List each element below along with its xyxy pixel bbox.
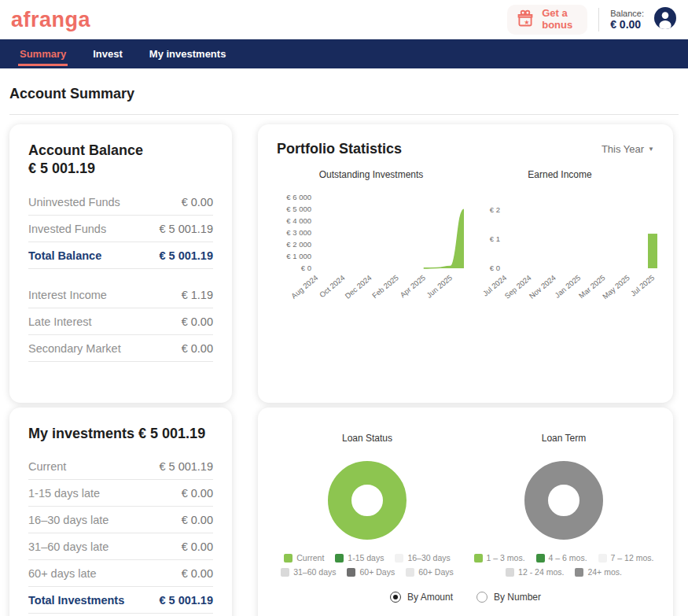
legend-swatch [347, 568, 355, 577]
loan-term-legend: 1 – 3 mos.4 – 6 mos.7 – 12 mos.12 - 24 m… [465, 551, 662, 579]
row-label: Invested Funds [28, 223, 106, 235]
legend-swatch [598, 554, 607, 563]
tab-summary[interactable]: Summary [18, 39, 68, 68]
table-row: Invested Funds€ 5 001.19 [28, 216, 213, 242]
row-value: € 0.00 [182, 567, 213, 580]
balance-block: Balance: € 0.00 [610, 9, 644, 31]
legend-item: 12 - 24 mos. [506, 567, 564, 577]
loan-status-block: Loan Status Current1-15 days16–30 days31… [269, 433, 465, 579]
tab-my-investments[interactable]: My investments [148, 39, 228, 68]
get-bonus-label: Get a bonus [542, 8, 579, 31]
legend-item: 1-15 days [335, 553, 384, 563]
table-row: Total Investments€ 5 001.19 [28, 587, 213, 614]
row-label: Late Interest [28, 315, 92, 328]
legend-item: 4 – 6 mos. [536, 553, 587, 563]
legend-item: 31–60 days [281, 567, 336, 577]
outstanding-investments-area-chart: € 0€ 1 000€ 2 000€ 3 000€ 4 000€ 5 000€ … [277, 183, 470, 303]
loan-term-block: Loan Term 1 – 3 mos.4 – 6 mos.7 – 12 mos… [465, 433, 662, 579]
legend-label: 12 - 24 mos. [518, 567, 564, 577]
row-label: Interest Income [28, 289, 107, 301]
legend-label: 16–30 days [407, 553, 450, 563]
loan-status-legend: Current1-15 days16–30 days31–60 days60+ … [269, 551, 465, 579]
legend-label: 31–60 days [293, 567, 336, 577]
table-row: Current€ 5 001.19 [28, 453, 213, 480]
legend-swatch [406, 568, 414, 577]
chart-title-loan-term: Loan Term [465, 433, 662, 444]
loan-status-donut-chart [326, 459, 408, 541]
outstanding-investments-chart-block: Outstanding Investments € 0€ 1 000€ 2 00… [277, 169, 465, 306]
radio-by-amount[interactable]: By Amount [390, 592, 453, 603]
portfolio-statistics-card: Portfolio Statistics This Year ▼ Outstan… [258, 124, 673, 403]
legend-swatch [474, 554, 483, 563]
row-label: Secondary Market [28, 342, 121, 355]
row-label: Current [28, 460, 66, 473]
chart-title-earned: Earned Income [465, 169, 654, 180]
chart-title-outstanding: Outstanding Investments [277, 169, 465, 180]
legend-swatch [536, 554, 545, 563]
svg-text:€ 6 000: € 6 000 [286, 194, 311, 202]
table-row: Late Interest€ 0.00 [28, 308, 213, 335]
legend-swatch [395, 554, 403, 563]
legend-item: 60+ Days [406, 567, 454, 577]
logo[interactable]: afranga [11, 8, 90, 32]
range-selector[interactable]: This Year ▼ [602, 143, 654, 155]
chart-mode-radios: By Amount By Number [269, 592, 662, 603]
radio-by-number[interactable]: By Number [476, 592, 541, 603]
svg-text:Jan 2025: Jan 2025 [553, 273, 582, 300]
legend-item: Current [284, 553, 324, 563]
svg-text:Nov 2024: Nov 2024 [528, 273, 557, 301]
header-right: ★ Get a bonus Balance: € 0.00 [507, 5, 677, 35]
table-row: 16–30 days late€ 0.00 [28, 507, 213, 533]
row-value: € 0.00 [182, 315, 213, 328]
table-row: 1-15 days late€ 0.00 [28, 480, 213, 507]
legend-item: 1 – 3 mos. [474, 553, 525, 563]
legend-label: Current [296, 553, 324, 563]
loan-term-donut-chart [523, 459, 605, 541]
svg-text:★: ★ [524, 19, 529, 26]
svg-text:Jul 2025: Jul 2025 [629, 273, 657, 298]
row-value: € 0.00 [182, 196, 213, 208]
legend-item: 7 – 12 mos. [598, 553, 654, 563]
account-balance-card: Account Balance € 5 001.19 Uninvested Fu… [9, 124, 232, 403]
radio-dot-icon [390, 592, 401, 603]
legend-item: 16–30 days [395, 553, 450, 563]
radio-by-amount-label: By Amount [407, 592, 453, 603]
main-nav: Summary Invest My investments [0, 39, 688, 68]
row-label: 1-15 days late [28, 487, 100, 500]
get-bonus-button[interactable]: ★ Get a bonus [507, 5, 587, 35]
legend-label: 1 – 3 mos. [487, 553, 525, 563]
earned-income-chart-block: Earned Income € 0€ 1€ 2Jul 2024Sep 2024N… [465, 169, 654, 306]
row-value: € 0.00 [182, 342, 213, 355]
row-label: 16–30 days late [28, 514, 109, 526]
row-value: € 5 001.19 [159, 594, 213, 607]
balance-value: € 0.00 [610, 18, 644, 31]
radio-dot-icon [476, 592, 487, 603]
row-label: Total Balance [28, 249, 101, 262]
table-row: Interest Income€ 1.19 [28, 282, 213, 308]
row-label: Uninvested Funds [28, 196, 120, 208]
chevron-down-icon: ▼ [648, 146, 654, 153]
table-row: Secondary Market€ 0.00 [28, 335, 213, 362]
account-balance-rows: Uninvested Funds€ 0.00Invested Funds€ 5 … [28, 189, 213, 362]
user-avatar-icon[interactable] [653, 6, 677, 33]
tab-invest[interactable]: Invest [91, 39, 124, 68]
legend-label: 4 – 6 mos. [549, 553, 587, 563]
table-row: Uninvested Funds€ 0.00 [28, 189, 213, 216]
legend-swatch [335, 554, 344, 563]
title-divider [9, 114, 679, 115]
row-value: € 0.00 [182, 540, 213, 553]
svg-text:€ 5 000: € 5 000 [286, 205, 311, 214]
table-row: 31–60 days late€ 0.00 [28, 533, 213, 560]
svg-text:€ 4 000: € 4 000 [286, 217, 311, 226]
row-value: € 0.00 [182, 487, 213, 500]
range-selector-value: This Year [602, 143, 644, 155]
svg-text:€ 1: € 1 [490, 234, 500, 243]
svg-text:€ 1 000: € 1 000 [286, 252, 311, 260]
row-value: € 5 001.19 [159, 460, 213, 473]
my-investments-title: My investments € 5 001.19 [28, 425, 213, 443]
main-content: Account Summary Account Balance € 5 001.… [0, 86, 688, 616]
legend-swatch [575, 568, 583, 577]
chart-title-loan-status: Loan Status [269, 433, 465, 444]
table-row: 60+ days late€ 0.00 [28, 560, 213, 587]
table-row: Total Balance€ 5 001.19 [28, 242, 213, 269]
